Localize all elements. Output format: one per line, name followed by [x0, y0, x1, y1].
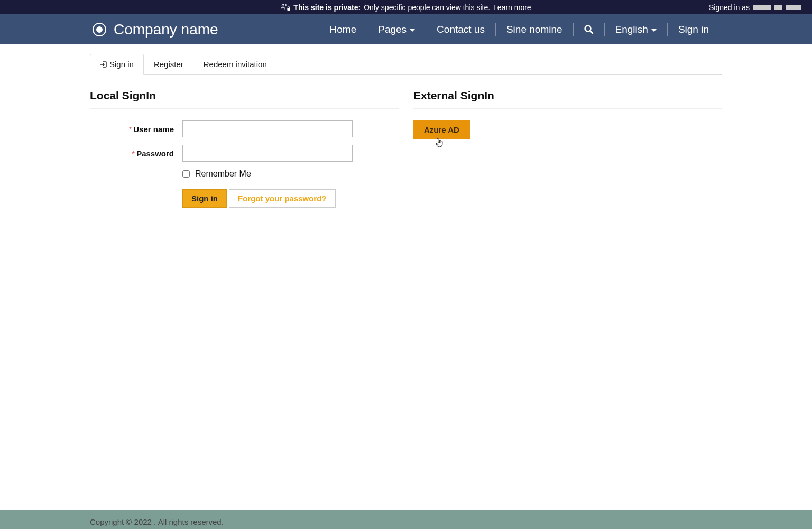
external-signin-heading: External SignIn: [413, 89, 722, 109]
copyright-text: Copyright © 2022 . All rights reserved.: [90, 517, 224, 526]
footer: Copyright © 2022 . All rights reserved.: [0, 510, 812, 529]
brand-logo-icon: [93, 23, 106, 36]
main-navbar: Company name Home Pages Contact us Sine …: [0, 14, 812, 44]
signin-icon: [100, 61, 107, 68]
nav-pages[interactable]: Pages: [367, 22, 426, 38]
tab-signin[interactable]: Sign in: [90, 54, 144, 75]
redacted-name: [753, 5, 771, 10]
redacted-name: [786, 5, 801, 10]
username-label: *User name: [90, 125, 182, 134]
brand[interactable]: Company name: [93, 21, 218, 38]
tab-register[interactable]: Register: [144, 54, 193, 74]
remember-me-checkbox[interactable]: [182, 170, 190, 178]
external-signin-section: External SignIn Azure AD: [413, 89, 722, 215]
nav-search[interactable]: [574, 22, 604, 38]
tab-register-label: Register: [154, 60, 183, 69]
svg-point-1: [285, 4, 287, 6]
azure-ad-label: Azure AD: [424, 125, 459, 134]
nav-language-label: English: [615, 24, 648, 35]
password-input[interactable]: [182, 145, 353, 162]
auth-tabs: Sign in Register Redeem invitation: [90, 54, 722, 75]
learn-more-link[interactable]: Learn more: [493, 3, 531, 12]
password-label: *Password: [90, 149, 182, 158]
signed-in-label: Signed in as: [709, 3, 750, 12]
search-icon: [584, 25, 594, 34]
svg-point-4: [96, 26, 103, 33]
chevron-down-icon: [410, 29, 415, 32]
signin-button[interactable]: Sign in: [182, 189, 227, 208]
nav-sine-nomine[interactable]: Sine nomine: [496, 22, 573, 38]
forgot-password-button[interactable]: Forgot your password?: [229, 189, 336, 208]
tab-redeem[interactable]: Redeem invitation: [193, 54, 277, 74]
local-signin-heading: Local SignIn: [90, 89, 399, 109]
cursor-pointer-icon: [436, 138, 444, 150]
remember-me-label[interactable]: Remember Me: [195, 169, 251, 179]
brand-name: Company name: [114, 21, 218, 38]
nav-sine-label: Sine nomine: [506, 24, 562, 35]
signed-in-status: Signed in as: [709, 3, 801, 12]
tab-redeem-label: Redeem invitation: [204, 60, 267, 69]
tab-signin-label: Sign in: [109, 60, 134, 69]
nav-pages-label: Pages: [378, 24, 407, 35]
nav-home-label: Home: [330, 24, 357, 35]
local-signin-section: Local SignIn *User name *Password: [90, 89, 399, 215]
nav-signin-label: Sign in: [678, 24, 709, 35]
chevron-down-icon: [651, 29, 657, 32]
nav-contact[interactable]: Contact us: [426, 22, 495, 38]
people-lock-icon: [281, 4, 290, 11]
nav-home[interactable]: Home: [319, 22, 367, 38]
private-site-banner: This site is private: Only specific peop…: [0, 0, 812, 14]
redacted-name: [774, 5, 782, 10]
nav-contact-label: Contact us: [437, 24, 485, 35]
nav-signin[interactable]: Sign in: [668, 22, 719, 38]
svg-point-0: [282, 4, 284, 6]
private-desc: Only specific people can view this site.: [364, 3, 490, 12]
svg-line-6: [590, 31, 593, 33]
private-label: This site is private:: [293, 3, 361, 12]
username-input[interactable]: [182, 120, 353, 137]
svg-rect-2: [287, 8, 290, 11]
nav-language[interactable]: English: [605, 22, 667, 38]
azure-ad-button[interactable]: Azure AD: [413, 120, 470, 139]
